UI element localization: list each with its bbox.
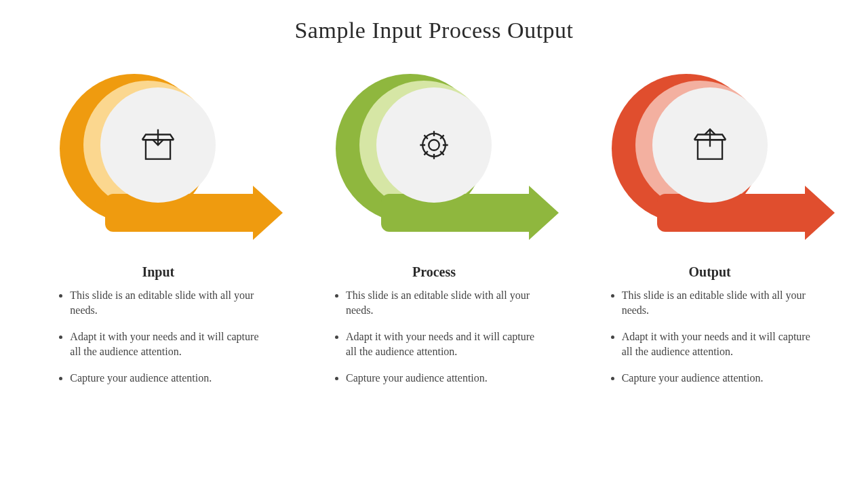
list-item: This slide is an editable slide with all… bbox=[346, 288, 536, 317]
list-item: Adapt it with your needs and it will cap… bbox=[622, 329, 812, 359]
icon-circle bbox=[100, 87, 216, 203]
arrow-head-icon bbox=[253, 186, 283, 240]
icon-circle bbox=[376, 87, 492, 203]
list-item: Capture your audience attention. bbox=[622, 371, 812, 386]
icon-circle bbox=[652, 87, 768, 203]
stage-heading: Input bbox=[142, 264, 174, 280]
list-item: Adapt it with your needs and it will cap… bbox=[346, 329, 536, 359]
list-item: Adapt it with your needs and it will cap… bbox=[70, 329, 260, 359]
arrow-head-icon bbox=[805, 186, 835, 240]
box-in-icon bbox=[137, 124, 179, 166]
arrow-shaft bbox=[105, 194, 261, 232]
bullet-list: This slide is an editable slide with all… bbox=[581, 288, 839, 398]
diagram-output bbox=[581, 70, 839, 247]
stage-process: Process This slide is an editable slide … bbox=[305, 70, 563, 398]
box-out-icon bbox=[689, 124, 731, 166]
stage-heading: Process bbox=[412, 264, 456, 280]
svg-point-1 bbox=[429, 140, 439, 150]
list-item: Capture your audience attention. bbox=[346, 371, 536, 386]
arrow-shaft bbox=[657, 194, 813, 232]
stages-row: Input This slide is an editable slide wi… bbox=[0, 43, 868, 398]
diagram-input bbox=[29, 70, 287, 247]
list-item: This slide is an editable slide with all… bbox=[622, 288, 812, 317]
list-item: This slide is an editable slide with all… bbox=[70, 288, 260, 317]
svg-point-2 bbox=[422, 134, 446, 157]
list-item: Capture your audience attention. bbox=[70, 371, 260, 386]
bullet-list: This slide is an editable slide with all… bbox=[305, 288, 563, 398]
bullet-list: This slide is an editable slide with all… bbox=[29, 288, 287, 398]
arrow-head-icon bbox=[529, 186, 559, 240]
arrow-shaft bbox=[381, 194, 537, 232]
stage-output: Output This slide is an editable slide w… bbox=[581, 70, 839, 398]
slide-title: Sample Input Process Output bbox=[0, 0, 868, 43]
gear-icon bbox=[413, 124, 455, 166]
stage-input: Input This slide is an editable slide wi… bbox=[29, 70, 287, 398]
stage-heading: Output bbox=[689, 264, 731, 280]
diagram-process bbox=[305, 70, 563, 247]
